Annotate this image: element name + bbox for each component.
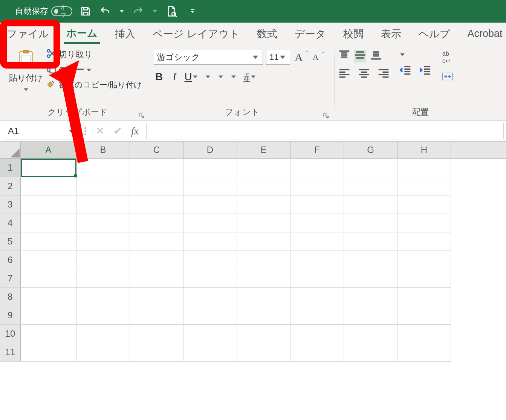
name-box[interactable]: A1 bbox=[4, 123, 78, 139]
cell-E9[interactable] bbox=[237, 306, 290, 325]
cell-G6[interactable] bbox=[344, 251, 397, 269]
merge-center-button[interactable] bbox=[441, 70, 454, 85]
cell-E8[interactable] bbox=[237, 288, 290, 306]
font-size-dropdown-icon[interactable] bbox=[278, 55, 287, 60]
cell-E3[interactable] bbox=[237, 195, 290, 214]
cell-E5[interactable] bbox=[237, 232, 290, 251]
cell-D4[interactable] bbox=[183, 214, 237, 232]
undo-icon[interactable] bbox=[99, 5, 112, 18]
cell-D3[interactable] bbox=[183, 195, 237, 214]
align-middle-button[interactable] bbox=[354, 50, 366, 63]
cell-C3[interactable] bbox=[130, 195, 183, 214]
decrease-indent-button[interactable] bbox=[399, 65, 411, 78]
cell-F1[interactable] bbox=[290, 159, 344, 177]
orientation-dropdown-icon[interactable] bbox=[399, 52, 405, 57]
cell-C5[interactable] bbox=[130, 232, 183, 251]
cell-D1[interactable] bbox=[183, 159, 237, 177]
cell-H8[interactable] bbox=[397, 288, 451, 306]
tab-acrobat[interactable]: Acrobat bbox=[465, 26, 505, 42]
cell-E10[interactable] bbox=[237, 325, 290, 343]
cell-G8[interactable] bbox=[344, 288, 397, 306]
row-header-8[interactable]: 8 bbox=[0, 288, 21, 306]
cell-H6[interactable] bbox=[397, 251, 451, 269]
row-header-4[interactable]: 4 bbox=[0, 214, 21, 232]
cell-H10[interactable] bbox=[397, 325, 451, 343]
bold-button[interactable]: B bbox=[154, 70, 164, 84]
tab-view[interactable]: 表示 bbox=[379, 25, 404, 43]
align-top-button[interactable] bbox=[338, 50, 350, 63]
cell-B8[interactable] bbox=[76, 288, 130, 306]
cancel-formula-icon[interactable]: ✕ bbox=[96, 125, 104, 137]
col-header-H[interactable]: H bbox=[397, 142, 451, 158]
cell-H11[interactable] bbox=[397, 343, 451, 362]
row-header-9[interactable]: 9 bbox=[0, 306, 21, 325]
cell-C2[interactable] bbox=[130, 177, 183, 195]
redo-dropdown-icon[interactable] bbox=[151, 9, 158, 14]
tab-file[interactable]: ファイル bbox=[5, 25, 51, 43]
cell-H7[interactable] bbox=[397, 269, 451, 288]
cell-A7[interactable] bbox=[21, 269, 76, 288]
font-name-dropdown-icon[interactable] bbox=[251, 55, 260, 60]
cell-B3[interactable] bbox=[76, 195, 130, 214]
wrap-text-button[interactable]: abc↩ bbox=[441, 50, 452, 65]
cell-D2[interactable] bbox=[183, 177, 237, 195]
cell-B6[interactable] bbox=[76, 251, 130, 269]
cell-A4[interactable] bbox=[21, 214, 76, 232]
cell-B9[interactable] bbox=[76, 306, 130, 325]
cell-B7[interactable] bbox=[76, 269, 130, 288]
name-box-dropdown-icon[interactable] bbox=[69, 126, 74, 136]
tab-home[interactable]: ホーム bbox=[64, 24, 100, 44]
cell-A8[interactable] bbox=[21, 288, 76, 306]
cell-F10[interactable] bbox=[290, 325, 344, 343]
cell-F9[interactable] bbox=[290, 306, 344, 325]
format-painter-button[interactable]: 書式のコピー/貼り付け bbox=[46, 78, 142, 91]
row-header-5[interactable]: 5 bbox=[0, 232, 21, 251]
cell-H9[interactable] bbox=[397, 306, 451, 325]
font-dialog-launcher-icon[interactable] bbox=[323, 111, 329, 117]
cell-C8[interactable] bbox=[130, 288, 183, 306]
font-color-button[interactable]: A bbox=[231, 72, 237, 82]
tab-data[interactable]: データ bbox=[292, 25, 328, 43]
cell-B5[interactable] bbox=[76, 232, 130, 251]
cell-D5[interactable] bbox=[183, 232, 237, 251]
redo-icon[interactable] bbox=[132, 5, 145, 18]
cell-H5[interactable] bbox=[397, 232, 451, 251]
cell-B1[interactable] bbox=[76, 159, 130, 177]
cell-C7[interactable] bbox=[130, 269, 183, 288]
cell-G7[interactable] bbox=[344, 269, 397, 288]
enter-formula-icon[interactable]: ✔ bbox=[113, 125, 122, 137]
cell-A2[interactable] bbox=[21, 177, 76, 195]
cell-C1[interactable] bbox=[130, 159, 183, 177]
cell-E11[interactable] bbox=[237, 343, 290, 362]
cell-G1[interactable] bbox=[344, 159, 397, 177]
cell-B2[interactable] bbox=[76, 177, 130, 195]
paste-dropdown-icon[interactable] bbox=[24, 84, 28, 94]
select-all-corner[interactable] bbox=[0, 142, 21, 158]
formula-input[interactable] bbox=[146, 123, 504, 139]
cell-G4[interactable] bbox=[344, 214, 397, 232]
row-header-6[interactable]: 6 bbox=[0, 251, 21, 269]
cell-G2[interactable] bbox=[344, 177, 397, 195]
cell-A6[interactable] bbox=[21, 251, 76, 269]
underline-dropdown-icon[interactable] bbox=[192, 75, 198, 79]
cell-F6[interactable] bbox=[290, 251, 344, 269]
cell-B10[interactable] bbox=[76, 325, 130, 343]
cell-A11[interactable] bbox=[21, 343, 76, 362]
copy-dropdown-icon[interactable] bbox=[87, 65, 91, 75]
underline-button[interactable]: U bbox=[185, 71, 198, 83]
row-header-3[interactable]: 3 bbox=[0, 195, 21, 214]
cell-F8[interactable] bbox=[290, 288, 344, 306]
undo-dropdown-icon[interactable] bbox=[118, 9, 125, 14]
cell-F4[interactable] bbox=[290, 214, 344, 232]
autosave-track[interactable]: オフ bbox=[51, 6, 72, 16]
cell-E6[interactable] bbox=[237, 251, 290, 269]
insert-function-button[interactable]: fx bbox=[131, 125, 139, 137]
font-name-combo[interactable]: 游ゴシック bbox=[154, 50, 263, 65]
cell-H2[interactable] bbox=[397, 177, 451, 195]
cell-G3[interactable] bbox=[344, 195, 397, 214]
cell-C6[interactable] bbox=[130, 251, 183, 269]
cell-B4[interactable] bbox=[76, 214, 130, 232]
row-header-1[interactable]: 1 bbox=[0, 159, 21, 177]
cell-G9[interactable] bbox=[344, 306, 397, 325]
copy-button[interactable]: コピー bbox=[46, 63, 142, 76]
